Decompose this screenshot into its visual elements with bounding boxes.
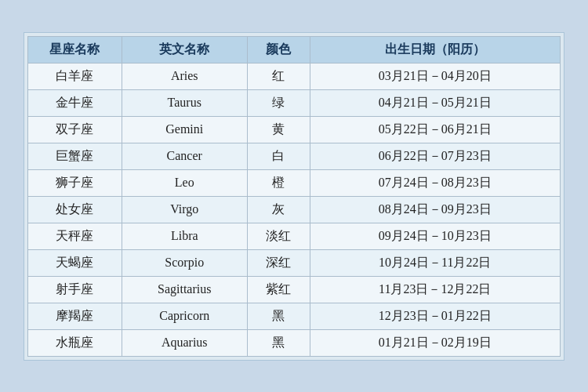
cell-chinese: 金牛座 <box>28 89 122 116</box>
cell-color: 黑 <box>247 329 310 356</box>
table-row: 天秤座Libra淡红09月24日－10月23日 <box>28 223 561 249</box>
header-date: 出生日期（阳历） <box>310 36 560 63</box>
cell-english: Aries <box>122 63 247 89</box>
cell-color: 橙 <box>247 169 310 196</box>
table-row: 白羊座Aries红03月21日－04月20日 <box>28 63 561 89</box>
cell-english: Aquarius <box>122 329 247 356</box>
cell-english: Capricorn <box>122 303 247 329</box>
cell-date: 08月24日－09月23日 <box>310 196 560 223</box>
table-row: 天蝎座Scorpio深红10月24日－11月22日 <box>28 249 561 276</box>
table-row: 巨蟹座Cancer白06月22日－07月23日 <box>28 143 561 169</box>
cell-color: 灰 <box>247 196 310 223</box>
table-row: 摩羯座Capricorn黑12月23日－01月22日 <box>28 303 561 329</box>
table-row: 狮子座Leo橙07月24日－08月23日 <box>28 169 561 196</box>
cell-chinese: 白羊座 <box>28 63 122 89</box>
cell-color: 淡红 <box>247 223 310 249</box>
cell-date: 04月21日－05月21日 <box>310 89 560 116</box>
cell-english: Virgo <box>122 196 247 223</box>
cell-date: 01月21日－02月19日 <box>310 329 560 356</box>
cell-english: Libra <box>122 223 247 249</box>
cell-chinese: 水瓶座 <box>28 329 122 356</box>
cell-english: Taurus <box>122 89 247 116</box>
cell-chinese: 巨蟹座 <box>28 143 122 169</box>
table-row: 处女座Virgo灰08月24日－09月23日 <box>28 196 561 223</box>
cell-chinese: 摩羯座 <box>28 303 122 329</box>
cell-chinese: 处女座 <box>28 196 122 223</box>
table-row: 双子座Gemini黄05月22日－06月21日 <box>28 116 561 143</box>
cell-chinese: 天秤座 <box>28 223 122 249</box>
header-chinese: 星座名称 <box>28 36 122 63</box>
cell-color: 绿 <box>247 89 310 116</box>
cell-date: 09月24日－10月23日 <box>310 223 560 249</box>
cell-date: 05月22日－06月21日 <box>310 116 560 143</box>
cell-chinese: 双子座 <box>28 116 122 143</box>
zodiac-table-container: 星座名称 英文名称 颜色 出生日期（阳历） 白羊座Aries红03月21日－04… <box>24 32 564 361</box>
cell-english: Sagittarius <box>122 276 247 303</box>
cell-date: 11月23日－12月22日 <box>310 276 560 303</box>
cell-date: 03月21日－04月20日 <box>310 63 560 89</box>
cell-date: 12月23日－01月22日 <box>310 303 560 329</box>
cell-chinese: 天蝎座 <box>28 249 122 276</box>
cell-color: 白 <box>247 143 310 169</box>
table-header-row: 星座名称 英文名称 颜色 出生日期（阳历） <box>28 36 561 63</box>
header-color: 颜色 <box>247 36 310 63</box>
cell-color: 紫红 <box>247 276 310 303</box>
cell-chinese: 狮子座 <box>28 169 122 196</box>
cell-date: 07月24日－08月23日 <box>310 169 560 196</box>
cell-color: 黄 <box>247 116 310 143</box>
cell-chinese: 射手座 <box>28 276 122 303</box>
cell-color: 红 <box>247 63 310 89</box>
cell-english: Gemini <box>122 116 247 143</box>
table-row: 射手座Sagittarius紫红11月23日－12月22日 <box>28 276 561 303</box>
table-row: 水瓶座Aquarius黑01月21日－02月19日 <box>28 329 561 356</box>
cell-date: 10月24日－11月22日 <box>310 249 560 276</box>
cell-english: Scorpio <box>122 249 247 276</box>
header-english: 英文名称 <box>122 36 247 63</box>
cell-color: 深红 <box>247 249 310 276</box>
zodiac-table: 星座名称 英文名称 颜色 出生日期（阳历） 白羊座Aries红03月21日－04… <box>27 36 561 357</box>
table-row: 金牛座Taurus绿04月21日－05月21日 <box>28 89 561 116</box>
cell-color: 黑 <box>247 303 310 329</box>
cell-english: Cancer <box>122 143 247 169</box>
cell-english: Leo <box>122 169 247 196</box>
cell-date: 06月22日－07月23日 <box>310 143 560 169</box>
